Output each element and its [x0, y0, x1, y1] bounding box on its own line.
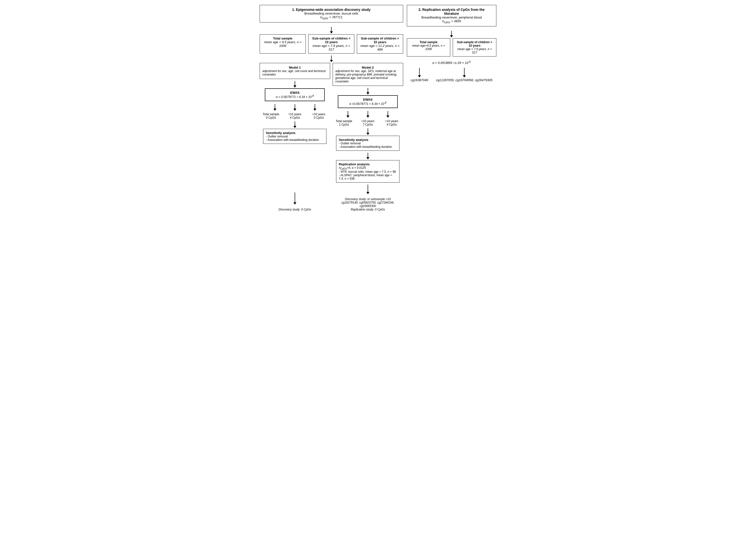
- sensitivity2-box: Sensitivity analysis - Outlier removal -…: [336, 136, 399, 151]
- model1-description: adjustment for sex, age, cell count and …: [262, 69, 327, 76]
- model2-result-gt10: >10 years 4 CpGs: [380, 120, 403, 126]
- ewas1-arrows: [265, 103, 325, 112]
- right-results-row: cg16387046 cg11287055, cg16704958, cg264…: [407, 67, 496, 82]
- model1-outcome: Discovery study: 0 CpGs: [279, 208, 311, 211]
- left-total-sample-details: mean age = 9.5 years, n = 1006: [262, 40, 303, 48]
- model2-result-total: Total sample 1 CpGs: [333, 120, 355, 126]
- flowchart: 1. Epigenome-wide association discovery …: [260, 5, 496, 211]
- model2-title: Model 2: [335, 66, 400, 69]
- model1-box: Model 1 adjustment for sex, age, cell co…: [260, 63, 330, 79]
- left-subsample-gt10-title: Sub-sample of children > 10 years: [360, 37, 400, 44]
- ewas2-arrows: [338, 110, 398, 119]
- model2-outcome: Discovery study: in subsample <10 cg1627…: [341, 197, 394, 211]
- right-subsample-box: Sub-sample of children < 10 years mean a…: [453, 38, 496, 57]
- replication-box: Replication analysis nCpGs=4, α = 0.0125…: [336, 160, 399, 182]
- arrow-right-subsample: [463, 68, 466, 77]
- arrow-ewas1-lt10: [293, 104, 296, 111]
- ewas2-box: EWAS α =0.05/78771 = 6.34 × 10-8: [338, 95, 398, 108]
- arrow-to-sensitivity2: [366, 128, 369, 135]
- left-header-number: 1.: [292, 8, 295, 12]
- sensitivity1-title: Sensitivity analysis: [266, 131, 324, 135]
- right-section: 2. Replication analysis of CpGs from the…: [407, 5, 496, 82]
- right-total-sample-details: mean age=9.5 years, n = 1006: [409, 44, 448, 51]
- right-header-n: nCpGs = 3859: [442, 19, 461, 23]
- model2-description: adjustment for sex, age, SES, maternal a…: [335, 69, 400, 83]
- model2-results: Total sample 1 CpGs <10 years 7 CpGs >10…: [333, 120, 403, 126]
- left-header-title: Epigenome-wide association discovery stu…: [296, 8, 371, 12]
- arrow-ewas2-total: [346, 111, 349, 118]
- model1-results: Total sample 0 CpGs <10 years 4 CpGs >10…: [260, 113, 330, 120]
- arrow-ewas2-gt10: [386, 111, 389, 118]
- arrow-to-ewas1: [293, 81, 296, 88]
- ewas2-alpha: α =0.05/78771 = 6.34 × 10-8: [341, 101, 394, 106]
- arrow-to-replication: [366, 153, 369, 159]
- left-subsample-gt10-box: Sub-sample of children > 10 years mean a…: [357, 34, 403, 54]
- left-subsample-gt10-details: mean age = 11.2 years, n = 489: [360, 44, 400, 51]
- right-total-col: cg16387046: [411, 67, 428, 82]
- model1-title: Model 1: [262, 66, 327, 69]
- ewas1-alpha: α = 0.05/78771 = 6.34 × 10-8: [268, 95, 321, 99]
- model2-box: Model 2 adjustment for sex, age, SES, ma…: [333, 63, 403, 86]
- right-total-result: cg16387046: [411, 78, 428, 82]
- left-total-sample-title: Total sample: [262, 37, 303, 40]
- right-subsample-details: mean age = 7.9 years, n = 517: [455, 47, 494, 54]
- arrow-right-total: [418, 68, 421, 77]
- left-subsample-lt10-box: Sub-sample of children < 10 years mean a…: [308, 34, 354, 54]
- right-header-box: 2. Replication analysis of CpGs from the…: [407, 5, 496, 26]
- model1-result-lt10: <10 years 4 CpGs: [284, 113, 306, 120]
- ewas1-box: EWAS α = 0.05/78771 = 6.34 × 10-8: [265, 88, 325, 101]
- arrow-to-sub-boxes: [330, 27, 333, 34]
- right-header-subtitle: Breastfeeding never/ever, peripheral blo…: [421, 15, 482, 19]
- right-total-sample-title: Total sample: [409, 41, 448, 44]
- left-subsample-lt10-title: Sub-sample of children < 10 years: [311, 37, 352, 44]
- left-header-n: nCpGs = 787711: [320, 15, 342, 19]
- replication-details: nCpGs=4, α = 0.0125 - NTR: buccal cells,…: [339, 166, 397, 181]
- model1-result-gt10: >10 years 0 CpGs: [308, 113, 330, 120]
- arrow-to-outcome1: [293, 145, 296, 205]
- model2-result-lt10: <10 years 7 CpGs: [357, 120, 379, 126]
- left-header-subtitle: Breastfeeding never/ever, buccal cells: [304, 12, 358, 15]
- sensitivity1-box: Sensitivity analysis - Outlier removal -…: [263, 129, 326, 144]
- arrow-ewas2-lt10: [366, 111, 369, 118]
- arrow-to-outcome2: [366, 184, 369, 194]
- arrow-to-models: [330, 56, 333, 62]
- left-sub-boxes-row: Total sample mean age = 9.5 years, n = 1…: [260, 34, 403, 54]
- right-subsample-result: cg11287055, cg16704958, cg26479305: [436, 78, 492, 82]
- sensitivity2-title: Sensitivity analysis: [339, 138, 397, 142]
- arrow-to-ewas2: [366, 88, 369, 95]
- arrow-ewas1-gt10: [313, 104, 316, 111]
- sensitivity2-items: - Outlier removal - Association with bre…: [339, 142, 397, 149]
- arrow-ewas1-total: [273, 104, 276, 111]
- left-total-sample-box: Total sample mean age = 9.5 years, n = 1…: [260, 34, 306, 54]
- model1-result-total: Total sample 0 CpGs: [260, 113, 282, 120]
- right-header-number: 2.: [418, 8, 421, 12]
- left-subsample-lt10-details: mean age = 7.9 years, n = 517: [311, 44, 352, 51]
- arrow-to-sensitivity1: [293, 122, 296, 128]
- right-sub-boxes: Total sample mean age=9.5 years, n = 100…: [407, 38, 496, 57]
- ewas2-label: EWAS: [341, 98, 394, 101]
- arrow-right-to-sub: [450, 31, 453, 38]
- model2-col: Model 2 adjustment for sex, age, SES, ma…: [333, 63, 403, 211]
- sensitivity1-items: - Outlier removal - Association with bre…: [266, 135, 324, 142]
- right-subsample-title: Sub-sample of children < 10 years: [455, 41, 494, 47]
- right-total-sample-box: Total sample mean age=9.5 years, n = 100…: [407, 38, 450, 57]
- right-header-title: Replication analysis of CpGs from the li…: [422, 8, 485, 15]
- right-alpha-text: α = 0.05/3859 =1.29 × 10-5: [432, 60, 471, 65]
- ewas1-label: EWAS: [268, 91, 321, 95]
- models-row: Model 1 adjustment for sex, age, cell co…: [260, 63, 403, 211]
- right-subsample-col: cg11287055, cg16704958, cg26479305: [436, 67, 492, 82]
- left-header-box: 1. Epigenome-wide association discovery …: [260, 5, 403, 22]
- replication-title: Replication analysis: [339, 162, 397, 166]
- model1-col: Model 1 adjustment for sex, age, cell co…: [260, 63, 330, 211]
